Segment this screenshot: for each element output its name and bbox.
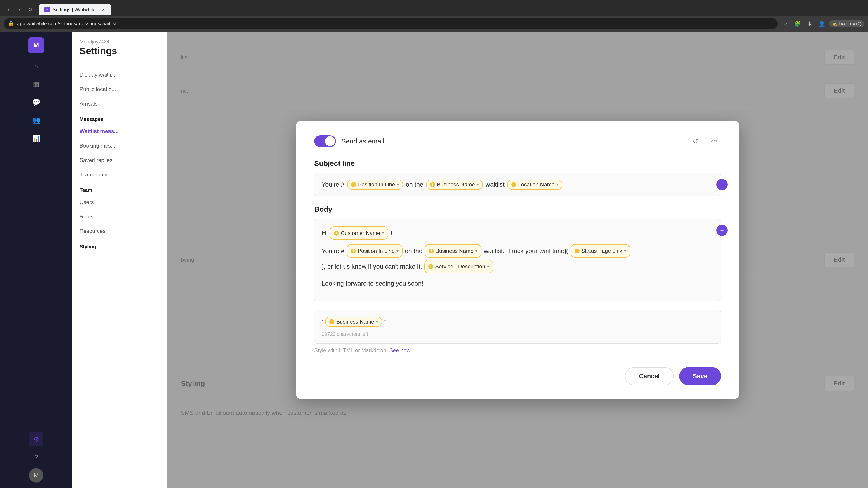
nav-saved-replies[interactable]: Saved replies [72,153,167,167]
cancel-button[interactable]: Cancel [625,367,674,385]
body-var-status-page[interactable]: i Status Page Link ▾ [570,244,630,258]
nav-booking-messages[interactable]: Booking mes... [72,138,167,153]
forward-button[interactable]: › [14,5,24,15]
sig-var-business[interactable]: i Business Name ▾ [325,317,382,327]
on-the-text: on the [405,246,423,257]
subject-var-business[interactable]: i Business Name ▾ [426,180,483,190]
info-icon-9: i [329,319,334,324]
nav-section-styling: Styling [72,238,167,252]
save-button[interactable]: Save [679,367,721,385]
user-initial: M [34,472,39,479]
address-bar[interactable]: 🔒 app.waitwhile.com/settings/messages/wa… [4,18,778,29]
body-var-position[interactable]: i Position In Line ▾ [347,244,403,258]
style-hint-text: Style with HTML or Markdown. [314,347,388,353]
subject-text-before: You're # [322,181,344,188]
app-sidebar: M ⌂ ▦ 💬 👥 📊 ⚙ ? M [0,32,72,488]
download-icon[interactable]: ⬇ [805,19,815,29]
modal-dialog: Send as email ↺ </> Subject line [296,121,739,399]
sidebar-home-icon[interactable]: ⌂ [29,59,43,73]
body-var-customer-label: Customer Name [341,228,380,238]
body-var-service-desc[interactable]: i Service - Description ▾ [424,260,493,273]
extensions-icon[interactable]: 🧩 [793,19,802,29]
body-var-business-name[interactable]: i Business Name ▾ [425,244,482,258]
body-label: Body [314,205,721,214]
info-icon-3: i [511,182,516,187]
subject-add-button[interactable]: + [716,179,727,190]
nav-arrivals[interactable]: Arrivals [72,96,167,111]
signature-section: * i Business Name ▾ * 99729 characters l… [314,310,721,344]
info-icon-1: i [351,182,356,187]
subject-var-location[interactable]: i Location Name ▾ [507,180,562,190]
subject-line-label: Subject line [314,159,721,168]
bookmark-icon[interactable]: ☆ [780,19,790,29]
modal-toolbar: ↺ </> [688,134,721,148]
code-button[interactable]: </> [708,134,721,148]
body-line-2: You're # i Position In Line ▾ on the i B… [322,244,714,273]
reload-button[interactable]: ↻ [25,5,35,15]
chevron-icon-8: ▾ [487,263,489,270]
nav-controls: ‹ › ↻ [4,5,35,15]
nav-users[interactable]: Users [72,195,167,209]
tab-favicon: M [44,7,50,12]
sidebar-help-icon[interactable]: ? [29,450,43,464]
youre-text: You're # [322,246,344,257]
back-button[interactable]: ‹ [4,5,13,15]
hi-text: Hi [322,227,328,238]
chevron-icon-9: ▾ [376,319,378,324]
subject-line-editor: You're # i Position In Line ▾ on the i B… [314,173,721,196]
body-add-button[interactable]: + [716,225,727,236]
tab-close-button[interactable]: ✕ [101,7,106,12]
toggle-knob [325,136,335,146]
sidebar-users-icon[interactable]: 👥 [29,113,43,127]
nav-roles[interactable]: Roles [72,209,167,224]
chevron-icon-3: ▾ [556,182,558,187]
new-tab-button[interactable]: + [113,5,123,15]
info-icon-4: i [334,231,339,236]
body-var-position-label: Position In Line [358,246,395,256]
send-email-row: Send as email ↺ </> [314,134,721,148]
info-icon-5: i [351,249,356,254]
send-email-toggle[interactable] [314,135,336,147]
nav-resources[interactable]: Resources [72,224,167,238]
body-var-service-label: Service - Description [435,262,485,271]
sig-line: * i Business Name ▾ * [322,317,714,327]
see-how-link[interactable]: See how. [390,347,412,353]
sidebar-chart-icon[interactable]: 📊 [29,131,43,145]
info-icon-2: i [430,182,435,187]
reset-icon: ↺ [693,138,698,145]
profile-icon[interactable]: 👤 [817,19,827,29]
sidebar-bottom: ⚙ ? M [29,432,43,483]
settings-user-name: Moodjoy7434 [80,39,160,45]
code-icon: </> [711,138,718,144]
nav-public-location[interactable]: Public locatio... [72,82,167,96]
body-var-customer-name[interactable]: i Customer Name ▾ [330,226,388,240]
sidebar-settings-icon[interactable]: ⚙ [29,432,43,447]
sidebar-chat-icon[interactable]: 💬 [29,95,43,109]
send-email-label: Send as email [341,137,384,145]
info-icon-7: i [575,249,580,254]
settings-title: Settings [80,46,160,57]
subject-var-business-label: Business Name [437,182,475,188]
chevron-icon-7: ▾ [624,248,626,255]
nav-display-waitlist[interactable]: Display waitli... [72,68,167,82]
user-avatar[interactable]: M [29,468,43,483]
chevron-icon-1: ▾ [397,182,399,187]
chevron-icon-5: ▾ [397,248,399,255]
reset-button[interactable]: ↺ [688,134,702,148]
nav-team-notifications[interactable]: Team notific... [72,167,167,182]
nav-waitlist-messages[interactable]: Waitlist mess... [72,124,167,138]
nav-section-team: Team [72,182,167,195]
subject-var-location-label: Location Name [518,182,555,188]
active-tab[interactable]: M Settings | Waitwhile ✕ [39,4,111,15]
sig-asterisk-before: * [322,320,323,324]
chevron-icon-2: ▾ [477,182,479,187]
sig-asterisk-after: * [384,320,385,324]
modal-footer: Cancel Save [314,367,721,385]
body-editor: Hi i Customer Name ▾ ! You're # [314,219,721,301]
body-var-status-label: Status Page Link [581,246,622,256]
subject-var-position[interactable]: i Position In Line ▾ [347,180,403,190]
sidebar-grid-icon[interactable]: ▦ [29,77,43,91]
url-text: app.waitwhile.com/settings/messages/wait… [17,21,116,27]
main-layout: M ⌂ ▦ 💬 👥 📊 ⚙ ? M Moodjoy7434 Settings D… [0,32,868,488]
main-content-area: it's Edit ne. Edit being Edit Styling Ed… [167,32,868,488]
